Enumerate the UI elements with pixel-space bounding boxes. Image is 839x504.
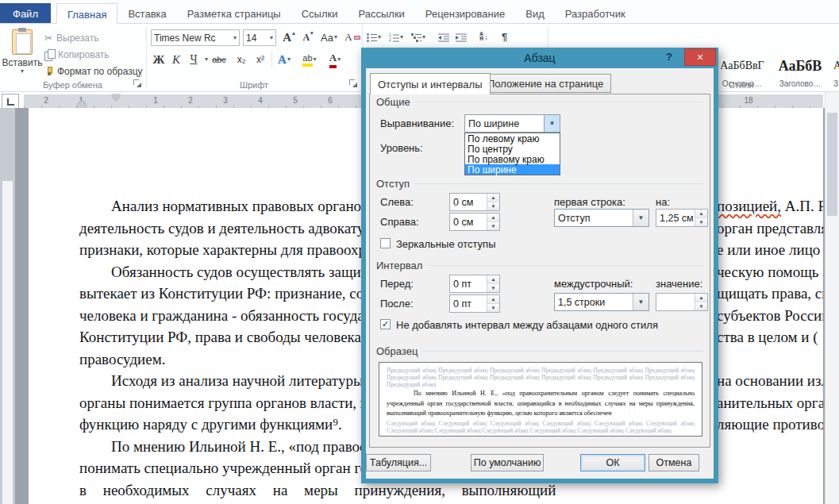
clipboard-dialog-launcher-icon[interactable] — [133, 79, 142, 88]
italic-button[interactable]: К — [168, 51, 184, 68]
document-text-right[interactable]: позицией, А.П. Рыжа орган представляет с… — [717, 195, 823, 436]
show-marks-button[interactable]: ¶ — [502, 29, 507, 44]
strikethrough-button[interactable]: abc — [211, 51, 227, 68]
spin-up-icon[interactable]: ▲ — [695, 294, 707, 302]
section-indent: Отступ — [376, 178, 703, 190]
bullets-icon — [367, 33, 377, 42]
spin-down-icon[interactable]: ▼ — [487, 202, 499, 210]
spin-up-icon[interactable]: ▲ — [487, 275, 499, 284]
spin-up-icon[interactable]: ▲ — [487, 295, 499, 304]
spinner-buttons[interactable]: ▲▼ — [487, 295, 499, 312]
spin-up-icon[interactable]: ▲ — [487, 214, 499, 222]
font-size-combo[interactable]: 14 ▾ — [243, 29, 276, 46]
cut-button[interactable]: ✂ Вырезать — [44, 29, 146, 46]
indent-right-spinner[interactable]: 0 см ▲▼ — [449, 213, 500, 231]
close-button[interactable]: × — [684, 48, 716, 66]
paste-button[interactable]: Вставить ▾ — [3, 27, 41, 87]
spin-down-icon[interactable]: ▼ — [487, 284, 499, 292]
ok-button[interactable]: ОК — [580, 454, 645, 471]
caret-down-icon: ▾ — [310, 30, 314, 37]
spinner-buttons[interactable]: ▲▼ — [695, 210, 707, 226]
before-value: 0 пт — [453, 279, 471, 290]
option-align-right[interactable]: По правому краю — [465, 154, 560, 164]
spin-down-icon[interactable]: ▼ — [695, 302, 707, 310]
style-item-heading[interactable]: АаБбВ Заголово… — [770, 52, 830, 88]
button-separator — [271, 51, 272, 68]
misspelled-word: позицией, — [717, 198, 781, 214]
cancel-button[interactable]: Отмена — [648, 454, 699, 471]
increase-indent-button[interactable] — [456, 29, 467, 45]
tab-mailings[interactable]: Рассылки — [348, 3, 415, 23]
multilevel-list-button[interactable]: ▾ — [411, 29, 425, 45]
spin-down-icon[interactable]: ▼ — [695, 218, 707, 226]
spinner-buttons[interactable]: ▲▼ — [487, 214, 499, 230]
spin-up-icon[interactable]: ▲ — [487, 194, 499, 202]
tab-file[interactable]: Файл — [0, 3, 51, 23]
tab-review[interactable]: Рецензирование — [415, 3, 515, 23]
help-button[interactable]: ? — [661, 51, 677, 63]
first-line-combo[interactable]: Отступ ▼ — [554, 209, 649, 227]
tab-references[interactable]: Ссылки — [291, 3, 348, 23]
spin-down-icon[interactable]: ▼ — [487, 222, 499, 230]
text-effects-button[interactable]: А ▾ — [276, 51, 292, 68]
spinner-buttons[interactable]: ▲▼ — [487, 194, 499, 210]
vertical-scrollbar[interactable] — [825, 92, 839, 504]
chevron-down-icon[interactable]: ▼ — [544, 115, 560, 132]
dialog-tab-indents[interactable]: Отступы и интервалы — [370, 73, 491, 94]
option-align-justify[interactable]: По ширине — [465, 164, 560, 175]
spin-down-icon[interactable]: ▼ — [487, 304, 499, 312]
indent-left-spinner[interactable]: 0 см ▲▼ — [449, 193, 500, 211]
format-painter-button[interactable]: Формат по образцу — [44, 63, 146, 79]
option-align-left[interactable]: По левому краю — [465, 133, 560, 144]
superscript-button[interactable]: x² — [252, 51, 268, 68]
vertical-ruler[interactable] — [0, 108, 15, 504]
no-space-same-style-checkbox[interactable]: ✓ — [380, 319, 391, 329]
shrink-font-button[interactable]: А▾ — [300, 29, 316, 46]
font-name-combo[interactable]: Times New Rc ▾ — [151, 29, 240, 46]
highlight-button[interactable]: ab ▾ — [302, 51, 318, 68]
by-spinner[interactable]: 1,25 см ▲▼ — [656, 209, 708, 227]
dialog-titlebar[interactable]: Абзац ? × — [361, 48, 718, 68]
copy-button[interactable]: Копировать — [44, 46, 146, 63]
at-spinner[interactable]: ▲▼ — [656, 293, 708, 311]
spinner-buttons[interactable]: ▲▼ — [487, 275, 499, 292]
close-icon: × — [697, 51, 703, 63]
chevron-down-icon[interactable]: ▼ — [633, 294, 648, 310]
scissors-icon: ✂ — [44, 33, 52, 44]
tab-stop-selector[interactable] — [2, 94, 19, 110]
change-case-button[interactable]: Аа ▾ — [321, 29, 337, 46]
tab-view[interactable]: Вид — [515, 3, 555, 23]
tab-developer[interactable]: Разработчик — [555, 3, 636, 23]
section-preview: Образец — [376, 345, 703, 357]
tab-page-layout[interactable]: Разметка страницы — [177, 3, 291, 23]
grow-font-button[interactable]: А▴ — [281, 29, 297, 46]
tabs-button[interactable]: Табуляция... — [366, 454, 431, 471]
subscript-glyph: x₂ — [237, 54, 246, 65]
before-spinner[interactable]: 0 пт ▲▼ — [449, 275, 500, 293]
subscript-button[interactable]: x₂ — [233, 51, 249, 68]
font-color-button[interactable]: А ▾ — [327, 51, 343, 68]
numbering-button[interactable]: 12 ▾ — [389, 29, 403, 45]
spinner-buttons[interactable]: ▲▼ — [695, 294, 707, 310]
clear-formatting-button[interactable]: А — [344, 29, 360, 46]
tab-home[interactable]: Главная — [56, 3, 117, 24]
sort-button[interactable]: АЯ ↓ — [479, 29, 488, 44]
bold-button[interactable]: Ж — [151, 51, 167, 68]
option-align-center[interactable]: По центру — [465, 144, 560, 154]
spin-up-icon[interactable]: ▲ — [695, 210, 707, 218]
alignment-combo[interactable]: По ширине ▼ — [464, 114, 560, 133]
after-spinner[interactable]: 0 пт ▲▼ — [449, 294, 500, 313]
font-dialog-launcher-icon[interactable] — [349, 79, 358, 88]
cut-label: Вырезать — [56, 33, 98, 44]
increase-indent-icon — [456, 33, 467, 42]
bullets-button[interactable]: ▾ — [367, 29, 381, 45]
style-item[interactable]: А З — [833, 52, 839, 88]
set-default-button[interactable]: По умолчанию — [471, 454, 544, 471]
chevron-down-icon[interactable]: ▼ — [633, 210, 648, 226]
decrease-indent-button[interactable] — [438, 29, 449, 45]
tab-insert[interactable]: Вставка — [117, 3, 176, 23]
first-line-indent-marker[interactable] — [112, 94, 120, 101]
line-spacing-combo[interactable]: 1,5 строки ▼ — [554, 293, 649, 311]
mirror-indents-checkbox[interactable] — [380, 238, 391, 248]
dialog-tab-line-breaks[interactable]: Положение на странице — [479, 74, 611, 93]
